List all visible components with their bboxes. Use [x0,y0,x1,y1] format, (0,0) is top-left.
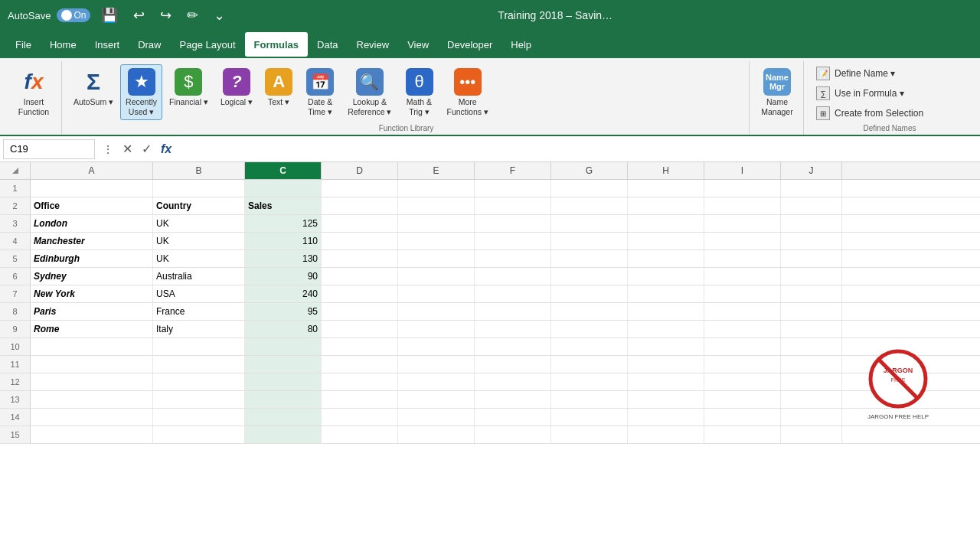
cell-b8[interactable]: France [153,303,245,320]
cell-e6[interactable] [398,268,475,285]
create-from-selection-button[interactable]: ⊞ Create from Selection [812,104,968,122]
undo-button[interactable]: ↩ [129,5,149,25]
cell-g2[interactable] [551,197,628,214]
recently-used-button[interactable]: ★ RecentlyUsed ▾ [120,64,162,120]
cell-f8[interactable] [475,303,551,320]
col-header-e[interactable]: E [398,162,475,179]
col-header-c[interactable]: C [245,162,322,179]
cell-b1[interactable] [153,180,245,197]
cell-j9[interactable] [781,321,842,337]
cell-d7[interactable] [322,285,398,302]
cell-g5[interactable] [551,250,628,267]
cell-f3[interactable] [475,215,551,232]
cell-c9[interactable]: 80 [245,321,322,337]
cell-d8[interactable] [322,303,398,320]
menu-data[interactable]: Data [308,32,347,57]
cell-a9[interactable]: Rome [31,321,153,337]
menu-draw[interactable]: Draw [129,32,170,57]
confirm-formula-button[interactable]: ✓ [137,140,156,158]
cell-a5[interactable]: Edinburgh [31,250,153,267]
menu-home[interactable]: Home [41,32,86,57]
menu-page-layout[interactable]: Page Layout [171,32,245,57]
cell-g7[interactable] [551,285,628,302]
cell-a3[interactable]: London [31,215,153,232]
cell-j10[interactable] [781,338,842,355]
cell-i10[interactable] [704,338,781,355]
cell-j2[interactable] [781,197,842,214]
col-header-h[interactable]: H [628,162,704,179]
cell-d9[interactable] [322,321,398,337]
cell-g9[interactable] [551,321,628,337]
cell-c5[interactable]: 130 [245,250,322,267]
cell-a6[interactable]: Sydney [31,268,153,285]
cell-f4[interactable] [475,233,551,249]
cell-i9[interactable] [704,321,781,337]
cell-d3[interactable] [322,215,398,232]
cell-j4[interactable] [781,233,842,249]
menu-help[interactable]: Help [501,32,541,57]
more-functions-button[interactable]: ••• MoreFunctions ▾ [442,64,494,120]
formula-bar-menu-button[interactable]: ⋮ [98,142,118,157]
cell-f2[interactable] [475,197,551,214]
menu-file[interactable]: File [6,32,41,57]
cell-e4[interactable] [398,233,475,249]
cell-b9[interactable]: Italy [153,321,245,337]
cell-ref-input[interactable] [3,139,95,159]
cell-g8[interactable] [551,303,628,320]
cell-h7[interactable] [628,285,704,302]
cell-c7[interactable]: 240 [245,285,322,302]
cell-f5[interactable] [475,250,551,267]
cell-g4[interactable] [551,233,628,249]
cell-f6[interactable] [475,268,551,285]
cell-d10[interactable] [322,338,398,355]
cell-e9[interactable] [398,321,475,337]
cell-j8[interactable] [781,303,842,320]
cell-c2[interactable]: Sales [245,197,322,214]
cell-d5[interactable] [322,250,398,267]
cell-f1[interactable] [475,180,551,197]
cell-b5[interactable]: UK [153,250,245,267]
cell-b2[interactable]: Country [153,197,245,214]
cell-b10[interactable] [153,338,245,355]
cell-g3[interactable] [551,215,628,232]
cell-i6[interactable] [704,268,781,285]
menu-view[interactable]: View [398,32,438,57]
logical-button[interactable]: ? Logical ▾ [215,64,258,111]
cell-e10[interactable] [398,338,475,355]
save-button[interactable]: 💾 [96,5,122,25]
cell-i7[interactable]: JARGON JARGON FREE HELP [704,285,781,302]
cell-e2[interactable] [398,197,475,214]
col-header-d[interactable]: D [322,162,398,179]
cell-c3[interactable]: 125 [245,215,322,232]
cell-d6[interactable] [322,268,398,285]
cell-j1[interactable] [781,180,842,197]
autosave-toggle[interactable]: On [57,8,90,22]
cell-i5[interactable] [704,250,781,267]
date-time-button[interactable]: 📅 Date &Time ▾ [299,64,341,120]
customize-button[interactable]: ⌄ [209,5,230,25]
lookup-reference-button[interactable]: 🔍 Lookup &Reference ▾ [342,64,397,120]
col-header-g[interactable]: G [551,162,628,179]
cell-a4[interactable]: Manchester [31,233,153,249]
cell-i3[interactable] [704,215,781,232]
cell-j3[interactable] [781,215,842,232]
col-header-f[interactable]: F [475,162,551,179]
cell-d2[interactable] [322,197,398,214]
cell-d4[interactable] [322,233,398,249]
cell-h5[interactable] [628,250,704,267]
cell-f10[interactable] [475,338,551,355]
cell-c1[interactable] [245,180,322,197]
menu-developer[interactable]: Developer [438,32,501,57]
cell-j7[interactable] [781,285,842,302]
cell-h1[interactable] [628,180,704,197]
cell-h8[interactable] [628,303,704,320]
formula-input[interactable] [176,142,977,156]
cell-b3[interactable]: UK [153,215,245,232]
cell-b4[interactable]: UK [153,233,245,249]
cell-h6[interactable] [628,268,704,285]
cell-e5[interactable] [398,250,475,267]
col-header-i[interactable]: I [704,162,781,179]
define-name-button[interactable]: 📝 Define Name ▾ [812,64,968,83]
menu-formulas[interactable]: Formulas [245,32,309,57]
cell-e3[interactable] [398,215,475,232]
